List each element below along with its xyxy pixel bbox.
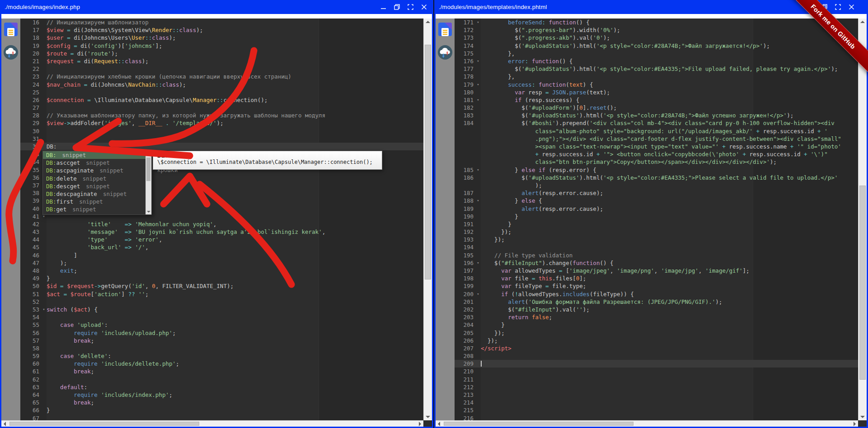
fold-toggle-icon[interactable]: ▾: [475, 57, 481, 65]
code-text: case 'upload':: [47, 321, 423, 329]
fold-toggle-icon[interactable]: ▾: [475, 259, 481, 267]
horizontal-scrollbar[interactable]: [436, 420, 858, 427]
scroll-right-icon[interactable]: [419, 422, 421, 426]
line-number: 172: [455, 26, 475, 34]
autocomplete-item[interactable]: DB:descgetsnippet: [43, 182, 145, 190]
fold-spacer: [41, 259, 47, 267]
fold-toggle-icon[interactable]: ▾: [475, 96, 481, 104]
fold-spacer: [475, 135, 481, 143]
autocomplete-item[interactable]: DB:deletesnippet: [43, 175, 145, 182]
code-text: [47, 313, 423, 321]
scrollbar-thumb[interactable]: [9, 422, 199, 426]
minimize-icon[interactable]: [380, 4, 386, 10]
autocomplete-item[interactable]: DB:getsnippet: [43, 205, 145, 213]
code-text: break;: [47, 368, 423, 375]
autocomplete-item[interactable]: DB:snippet: [43, 151, 145, 159]
fold-toggle-icon[interactable]: ▾: [475, 19, 481, 26]
line-number: 54: [20, 313, 41, 321]
code-text: });: [481, 236, 858, 243]
fold-toggle-icon[interactable]: ▾: [475, 197, 481, 205]
scrollbar-thumb[interactable]: [146, 158, 150, 181]
scroll-up-icon[interactable]: [426, 21, 430, 23]
fold-spacer: [41, 360, 47, 368]
code-row: 54: [20, 313, 423, 321]
code-text: break;: [47, 337, 423, 344]
save-icon[interactable]: [4, 22, 18, 38]
scrollbar-thumb[interactable]: [444, 422, 633, 426]
scroll-down-icon[interactable]: [147, 211, 150, 213]
code-row: 16// Инициализируем шаблонизатор: [20, 19, 423, 26]
fold-spacer: [475, 243, 481, 251]
scroll-down-icon[interactable]: [426, 416, 430, 418]
line-number: 21: [20, 57, 41, 65]
line-number: 216: [455, 414, 475, 420]
close-icon[interactable]: [421, 4, 427, 10]
code-editor[interactable]: 16// Инициализируем шаблонизатор17$view …: [20, 19, 423, 420]
code-row: 186 $('#uploadStatus').html('<p style="c…: [455, 174, 858, 181]
fold-spacer: [475, 236, 481, 243]
cloud-sync-icon[interactable]: [437, 45, 453, 62]
save-icon[interactable]: [438, 22, 452, 38]
autocomplete-item[interactable]: DB:firstsnippet: [43, 198, 145, 205]
code-text: $('#uploadForm')[0].reset();: [481, 104, 858, 112]
extension-rail: [436, 19, 455, 420]
fold-toggle-icon[interactable]: ▾: [41, 306, 47, 313]
code-row: 211: [455, 376, 858, 383]
fold-spacer: [41, 119, 47, 127]
code-row: ><span class="text-nowrap"><input type="…: [455, 143, 858, 150]
fork-me-on-github-ribbon[interactable]: Fork me on GitHub: [785, 0, 868, 75]
fold-toggle-icon[interactable]: ▾: [475, 290, 481, 298]
titlebar[interactable]: ./modules/images/index.php: [0, 0, 433, 14]
code-text: break;: [47, 399, 423, 406]
autocomplete-scrollbar[interactable]: [145, 151, 151, 214]
fold-toggle-icon[interactable]: ▾: [475, 81, 481, 88]
scroll-left-icon[interactable]: [4, 422, 6, 426]
fold-spacer: [41, 42, 47, 50]
code-row: 67: [20, 414, 423, 420]
code-row: 26$connection = \Illuminate\Database\Cap…: [20, 96, 423, 104]
code-row: 209: [455, 360, 858, 368]
line-number: 28: [20, 112, 41, 119]
line-number: 40: [20, 205, 41, 213]
code-row: 55 case 'upload':: [20, 321, 423, 329]
code-text: $('#boshi').prepend('<div class="col mb-…: [481, 119, 858, 127]
code-row: 58: [20, 344, 423, 352]
scroll-down-icon[interactable]: [860, 416, 865, 418]
code-row: 48 exit;: [20, 267, 423, 274]
fold-spacer: [475, 414, 481, 420]
autocomplete-item[interactable]: DB:descpaginatesnippet: [43, 190, 145, 198]
fold-spacer: [475, 50, 481, 57]
code-row: 25: [20, 88, 423, 96]
code-row: 46 ]: [20, 251, 423, 259]
line-number: 47: [20, 259, 41, 267]
line-number: 35: [20, 166, 41, 174]
fold-spacer: [41, 329, 47, 337]
restore-icon[interactable]: [394, 4, 400, 10]
code-text: if (!allowedTypes.includes(fileType)) {: [481, 290, 858, 298]
fold-spacer: [475, 220, 481, 228]
fullscreen-icon[interactable]: [408, 4, 413, 10]
vertical-scrollbar[interactable]: [423, 19, 432, 420]
horizontal-scrollbar[interactable]: [1, 420, 423, 427]
code-text: alert('Ошибка формата файла Разрешается:…: [481, 298, 858, 306]
autocomplete-item[interactable]: DB:asccgetsnippet: [43, 159, 145, 167]
scrollbar-thumb[interactable]: [859, 186, 866, 380]
code-text: }: [47, 406, 423, 414]
cloud-sync-icon[interactable]: [3, 45, 19, 62]
autocomplete-item[interactable]: DB:ascpaginatesnippet: [43, 167, 145, 174]
line-number: 55: [20, 321, 41, 329]
code-text: // Инициализируем хлебные крошки (цепочк…: [47, 73, 423, 80]
scrollbar-thumb[interactable]: [425, 45, 431, 279]
line-number: 214: [455, 399, 475, 406]
scroll-up-icon[interactable]: [147, 153, 150, 155]
fold-spacer: [41, 50, 47, 57]
fold-toggle-icon[interactable]: ▾: [475, 166, 481, 174]
code-row: 214: [455, 399, 858, 406]
code-row: 47 );: [20, 259, 423, 267]
fold-spacer: [41, 65, 47, 73]
code-text: exit;: [47, 267, 423, 274]
scroll-right-icon[interactable]: [854, 422, 856, 426]
code-text: default:: [47, 383, 423, 391]
fold-spacer: [475, 42, 481, 50]
scroll-left-icon[interactable]: [438, 422, 440, 426]
